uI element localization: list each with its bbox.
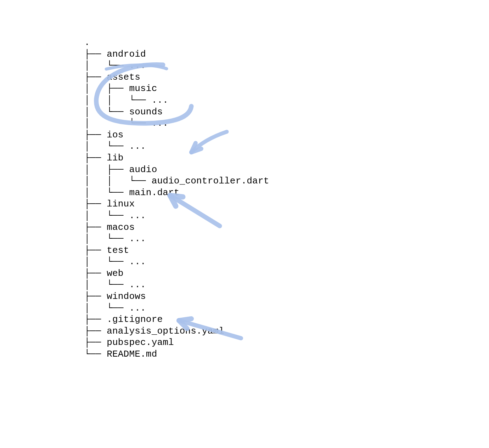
directory-tree: . ├── android │ └── ... ├── assets │ ├──… [84,37,269,360]
canvas: . ├── android │ └── ... ├── assets │ ├──… [0,0,489,448]
